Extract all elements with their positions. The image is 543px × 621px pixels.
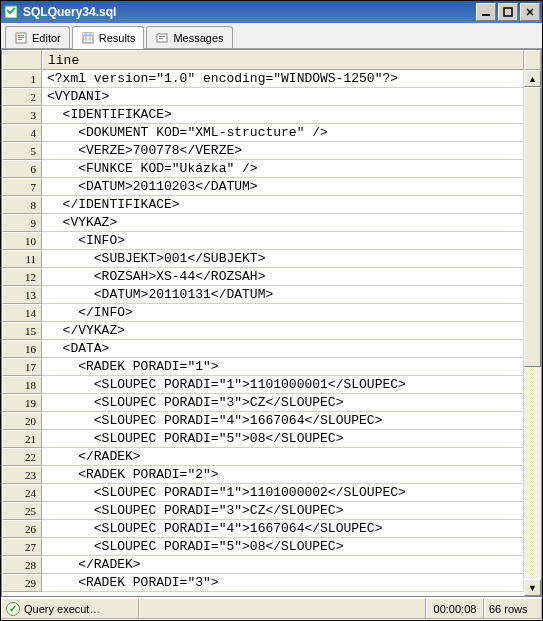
maximize-button[interactable] [498,3,518,21]
grid-cell[interactable]: </RADEK> [42,556,524,574]
row-header[interactable]: 28 [2,556,42,574]
row-header[interactable]: 2 [2,88,42,106]
titlebar: SQLQuery34.sql [1,1,542,23]
results-grid: line 12345678910111213141516171819202122… [1,49,542,597]
scroll-thumb[interactable] [524,87,541,367]
grid-cell[interactable]: <SLOUPEC PORADI="4">1667064</SLOUPEC> [42,520,524,538]
grid-cell[interactable]: </IDENTIFIKACE> [42,196,524,214]
row-header[interactable]: 25 [2,502,42,520]
svg-rect-5 [18,37,24,38]
tab-label: Results [99,32,136,44]
grid-cell[interactable]: <INFO> [42,232,524,250]
tab-bar: Editor Results Messages [1,23,542,49]
row-header[interactable]: 8 [2,196,42,214]
minimize-button[interactable] [476,3,496,21]
column-header-line[interactable]: line [42,50,524,70]
grid-cell[interactable]: <SLOUPEC PORADI="4">1667064</SLOUPEC> [42,412,524,430]
row-headers: 1234567891011121314151617181920212223242… [2,70,42,596]
svg-rect-4 [18,35,24,36]
row-header[interactable]: 17 [2,358,42,376]
grid-cell[interactable]: <SLOUPEC PORADI="1">1101000002</SLOUPEC> [42,484,524,502]
grid-cell[interactable]: <SLOUPEC PORADI="1">1101000001</SLOUPEC> [42,376,524,394]
row-header[interactable]: 1 [2,70,42,88]
row-header[interactable]: 7 [2,178,42,196]
scroll-down-button[interactable]: ▼ [524,579,541,596]
svg-rect-1 [482,14,490,16]
app-icon [3,4,19,20]
vertical-scrollbar[interactable]: ▲ ▼ [524,70,541,596]
grid-cell[interactable]: </RADEK> [42,448,524,466]
status-rows: 66 rows [484,598,542,619]
grid-cell[interactable]: <SLOUPEC PORADI="5">08</SLOUPEC> [42,538,524,556]
grid-cell[interactable]: <VYDANI> [42,88,524,106]
grid-cell[interactable]: <DOKUMENT KOD="XML-structure" /> [42,124,524,142]
tab-label: Messages [173,32,223,44]
grid-cell[interactable]: <SLOUPEC PORADI="3">CZ</SLOUPEC> [42,502,524,520]
scroll-up-button[interactable]: ▲ [524,70,541,87]
grid-cell[interactable]: <IDENTIFIKACE> [42,106,524,124]
row-header[interactable]: 19 [2,394,42,412]
row-header[interactable]: 16 [2,340,42,358]
row-header[interactable]: 26 [2,520,42,538]
row-header[interactable]: 12 [2,268,42,286]
status-time: 00:00:08 [426,598,484,619]
grid-cell[interactable]: <FUNKCE KOD="Ukázka" /> [42,160,524,178]
row-header[interactable]: 24 [2,484,42,502]
row-header[interactable]: 20 [2,412,42,430]
grid-cell[interactable]: <SUBJEKT>001</SUBJEKT> [42,250,524,268]
grid-cell[interactable]: <RADEK PORADI="2"> [42,466,524,484]
grid-cell[interactable]: <RADEK PORADI="1"> [42,358,524,376]
svg-rect-14 [159,36,165,37]
svg-rect-2 [504,8,512,16]
row-header[interactable]: 13 [2,286,42,304]
window-title: SQLQuery34.sql [23,5,476,19]
row-header[interactable]: 29 [2,574,42,592]
window-controls [476,3,540,21]
grid-cell[interactable]: <DATA> [42,340,524,358]
row-header[interactable]: 9 [2,214,42,232]
grid-cell[interactable]: <VERZE>700778</VERZE> [42,142,524,160]
messages-icon [155,31,169,45]
tab-messages[interactable]: Messages [146,26,232,48]
header-spacer [524,50,541,70]
grid-cell[interactable]: <DATUM>20110131</DATUM> [42,286,524,304]
grid-cell[interactable]: <ROZSAH>XS-44</ROZSAH> [42,268,524,286]
grid-corner[interactable] [2,50,42,70]
success-icon: ✓ [6,602,20,616]
row-header[interactable]: 10 [2,232,42,250]
row-header[interactable]: 6 [2,160,42,178]
svg-rect-6 [18,39,22,40]
grid-cell[interactable]: </INFO> [42,304,524,322]
svg-rect-8 [83,33,93,36]
grid-cell[interactable]: <DATUM>20110203</DATUM> [42,178,524,196]
status-message-cell: ✓ Query execut… [1,598,139,619]
scroll-track[interactable] [524,87,541,579]
tab-label: Editor [32,32,61,44]
grid-cells: <?xml version="1.0" encoding="WINDOWS-12… [42,70,524,596]
row-header[interactable]: 18 [2,376,42,394]
row-header[interactable]: 14 [2,304,42,322]
row-header[interactable]: 5 [2,142,42,160]
grid-cell[interactable]: <RADEK PORADI="3"> [42,574,524,592]
row-header[interactable]: 21 [2,430,42,448]
row-header[interactable]: 23 [2,466,42,484]
grid-cell[interactable]: </VYKAZ> [42,322,524,340]
tab-results[interactable]: Results [72,26,145,49]
tab-editor[interactable]: Editor [5,26,70,48]
row-header[interactable]: 11 [2,250,42,268]
grid-cell[interactable]: <SLOUPEC PORADI="5">08</SLOUPEC> [42,430,524,448]
row-header[interactable]: 22 [2,448,42,466]
grid-cell[interactable]: <VYKAZ> [42,214,524,232]
svg-rect-15 [159,38,163,39]
status-spacer [139,598,426,619]
row-header[interactable]: 4 [2,124,42,142]
row-header[interactable]: 3 [2,106,42,124]
grid-cell[interactable]: <SLOUPEC PORADI="3">CZ</SLOUPEC> [42,394,524,412]
close-button[interactable] [520,3,540,21]
row-header[interactable]: 15 [2,322,42,340]
status-message: Query execut… [24,603,100,615]
grid-cell[interactable]: <?xml version="1.0" encoding="WINDOWS-12… [42,70,524,88]
row-header[interactable]: 27 [2,538,42,556]
results-icon [81,31,95,45]
statusbar: ✓ Query execut… 00:00:08 66 rows [1,597,542,619]
